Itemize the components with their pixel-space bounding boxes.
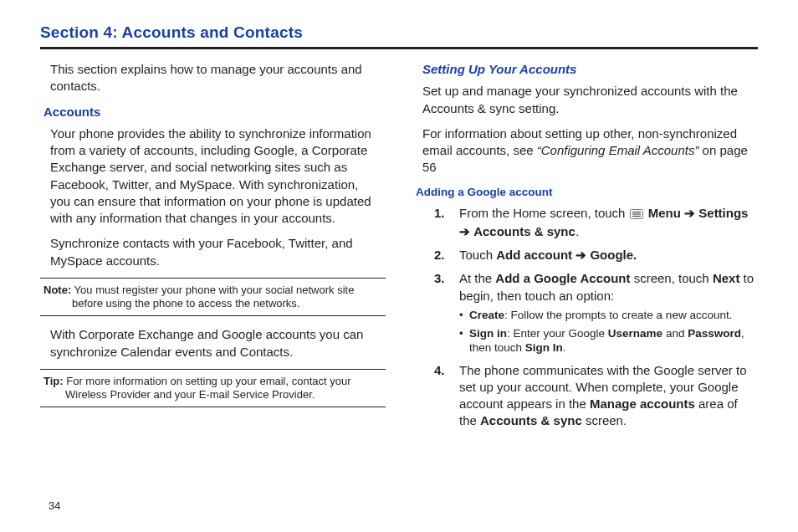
accounts-paragraph-1: Your phone provides the ability to synch… — [40, 125, 386, 228]
step1-settings: Settings — [698, 206, 748, 220]
right-column: Setting Up Your Accounts Set up and mana… — [412, 61, 758, 437]
step-1: From the Home screen, touch Menu ➔ Setti… — [412, 205, 758, 241]
bullet-signin-and: and — [662, 327, 688, 340]
bullet-signin-label: Sign in — [469, 327, 507, 340]
note-line: Note: You must register your phone with … — [43, 284, 382, 311]
bullet-signin-user: Username — [608, 327, 662, 340]
note-box: Note: You must register your phone with … — [40, 278, 386, 317]
bullet-create-label: Create — [469, 309, 504, 321]
document-page: Section 4: Accounts and Contacts This se… — [0, 0, 798, 532]
step3-addgoogle: Add a Google Account — [495, 271, 630, 285]
setup-paragraph-2: For information about setting up other, … — [412, 125, 758, 176]
accounts-paragraph-3: With Corporate Exchange and Google accou… — [40, 326, 386, 361]
accounts-paragraph-2: Synchronize contacts with your Facebook,… — [40, 235, 386, 269]
heading-add-google: Adding a Google account — [416, 185, 758, 200]
step4-manage: Manage accounts — [590, 396, 695, 411]
setup-paragraph-1: Set up and manage your synchronized acco… — [412, 83, 758, 117]
bullet-signin-pass: Password — [688, 327, 741, 340]
step-2: Touch Add account ➔ Google. — [412, 247, 758, 263]
left-column: This section explains how to manage your… — [40, 61, 386, 437]
note-text: You must register your phone with your s… — [71, 284, 354, 309]
intro-paragraph: This section explains how to manage your… — [40, 61, 386, 95]
tip-label: Tip: — [43, 375, 64, 387]
tip-text: For more information on setting up your … — [64, 375, 351, 401]
steps-list: From the Home screen, touch Menu ➔ Setti… — [412, 205, 758, 430]
step3-b: screen, touch — [630, 271, 712, 285]
two-column-layout: This section explains how to manage your… — [40, 61, 758, 437]
step2-a: Touch — [459, 248, 496, 262]
title-rule — [40, 47, 758, 49]
step1-arrow1: ➔ — [681, 206, 698, 220]
bullet-signin: Sign in: Enter your Google Username and … — [459, 326, 755, 356]
setup-p2-ref: “Configuring Email Accounts” — [537, 143, 699, 157]
step2-google: Google. — [590, 248, 637, 262]
step1-text-a: From the Home screen, touch — [459, 206, 629, 220]
step3-a: At the — [459, 271, 495, 285]
step1-menu: Menu — [648, 206, 681, 220]
step1-accounts: Accounts & sync — [473, 224, 575, 238]
bullet-signin-a: : Enter your Google — [507, 327, 608, 340]
step3-bullets: Create: Follow the prompts to create a n… — [459, 308, 755, 356]
heading-accounts: Accounts — [43, 104, 386, 120]
step1-arrow2: ➔ — [459, 224, 473, 238]
bullet-create: Create: Follow the prompts to create a n… — [459, 308, 755, 323]
step4-accounts: Accounts & sync — [480, 413, 582, 427]
step3-next: Next — [713, 271, 740, 285]
note-label: Note: — [43, 284, 71, 296]
step2-arrow: ➔ — [572, 248, 590, 262]
bullet-create-text: : Follow the prompts to create a new acc… — [504, 309, 732, 321]
tip-line: Tip: For more information on setting up … — [43, 375, 382, 402]
step2-addaccount: Add account — [496, 248, 572, 262]
step1-period: . — [575, 224, 579, 238]
section-title: Section 4: Accounts and Contacts — [40, 23, 758, 42]
menu-icon — [630, 207, 643, 223]
bullet-signin-period: . — [563, 341, 566, 354]
tip-box: Tip: For more information on setting up … — [40, 369, 386, 408]
page-number: 34 — [49, 499, 60, 512]
bullet-signin-signin: Sign In — [525, 341, 563, 354]
heading-setting-up: Setting Up Your Accounts — [422, 61, 758, 78]
step4-c: screen. — [582, 413, 627, 427]
step-4: The phone communicates with the Google s… — [412, 362, 758, 430]
step-3: At the Add a Google Account screen, touc… — [412, 270, 758, 355]
